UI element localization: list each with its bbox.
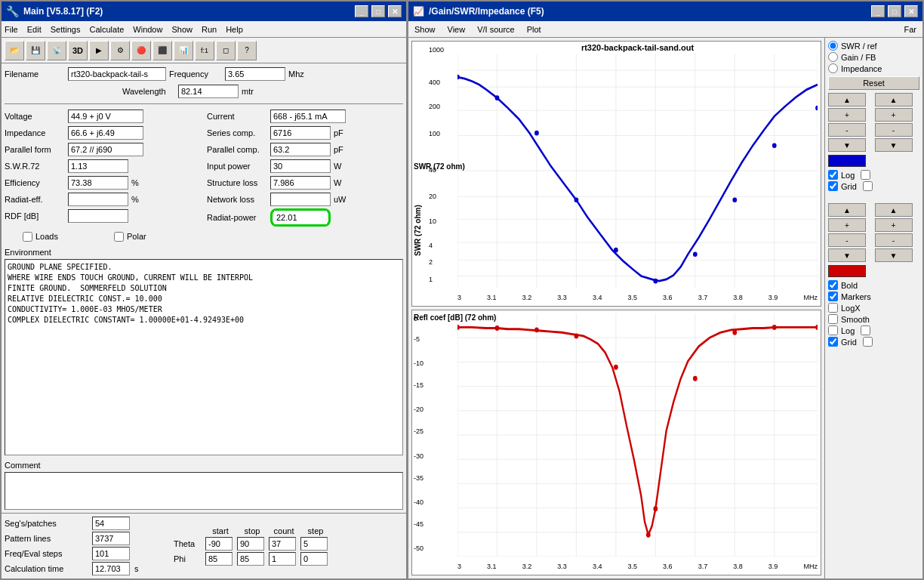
current-input[interactable] <box>270 110 346 123</box>
radiat-pow-input[interactable] <box>274 211 327 224</box>
markers-checkbox[interactable] <box>828 292 838 301</box>
up-arrow-top-left[interactable]: ▲ <box>828 93 866 106</box>
minus-btn-bot-right[interactable]: - <box>875 233 913 247</box>
bold-checkbox[interactable] <box>828 280 838 290</box>
logx-checkbox[interactable] <box>828 303 838 313</box>
swr-maximize-button[interactable]: □ <box>888 5 901 17</box>
swr-close-button[interactable]: ✕ <box>904 5 918 17</box>
rdf-input[interactable] <box>68 209 128 223</box>
theta-count-input[interactable] <box>269 537 296 551</box>
swr-menu-vi[interactable]: V/I source <box>477 25 515 34</box>
tb-save[interactable]: 💾 <box>26 41 45 60</box>
tb-calc3[interactable]: ⬛ <box>152 41 172 60</box>
parallel-comp-input[interactable] <box>270 143 331 156</box>
log-label-bot: Log <box>841 326 855 335</box>
tb-freq[interactable]: f:1 <box>195 41 214 60</box>
swr-title-bar: 📈 /Gain/SWR/Impedance (F5) _ □ ✕ <box>408 2 922 21</box>
maximize-button[interactable]: □ <box>371 5 385 17</box>
log-checkbox-bot[interactable] <box>828 325 838 335</box>
wave-input[interactable] <box>178 85 239 98</box>
down-arrow-bot-right[interactable]: ▼ <box>875 248 913 262</box>
efficiency-input[interactable] <box>68 176 128 190</box>
segs-input[interactable] <box>92 517 130 530</box>
loads-checkbox[interactable] <box>23 232 32 242</box>
menu-window[interactable]: Window <box>133 25 162 34</box>
polar-checkbox[interactable] <box>114 232 124 242</box>
tb-view2[interactable]: ? <box>237 41 257 60</box>
radiat-pow-highlight <box>270 208 331 227</box>
menu-calculate[interactable]: Calculate <box>89 25 124 34</box>
tb-3d[interactable]: 3D <box>68 41 88 60</box>
log-right-checkbox-bot[interactable] <box>861 325 870 335</box>
close-button[interactable]: ✕ <box>388 5 402 17</box>
impedance-input[interactable] <box>68 126 143 140</box>
y-2: 2 <box>429 258 433 266</box>
theta-stop-input[interactable] <box>237 537 264 551</box>
plus-btn-right[interactable]: + <box>875 108 913 122</box>
grid-checkbox-bot[interactable] <box>828 337 838 347</box>
plus-btn-bot-left[interactable]: + <box>828 218 866 232</box>
minus-btn-bot-left[interactable]: - <box>828 233 866 247</box>
swr-menu-view[interactable]: View <box>448 25 466 34</box>
up-arrow-bot-left[interactable]: ▲ <box>828 203 866 217</box>
gain-fb-radio[interactable] <box>828 52 838 62</box>
log-checkbox-top[interactable] <box>828 170 838 180</box>
pattern-input[interactable] <box>92 532 130 545</box>
menu-help[interactable]: Help <box>226 25 243 34</box>
env-section: GROUND PLANE SPECIFIED. WHERE WIRE ENDS … <box>5 259 403 455</box>
parallel-input[interactable] <box>68 143 143 156</box>
swr-menu-plot[interactable]: Plot <box>527 25 541 34</box>
up-arrow-top-right[interactable]: ▲ <box>875 93 913 106</box>
menu-show[interactable]: Show <box>171 25 192 34</box>
network-loss-input[interactable] <box>270 193 331 206</box>
swr-input[interactable] <box>68 159 128 173</box>
struct-loss-input[interactable] <box>270 176 331 190</box>
down-arrow-left[interactable]: ▼ <box>828 138 866 152</box>
swr-minimize-button[interactable]: _ <box>871 5 885 17</box>
phi-count-input[interactable] <box>269 552 296 566</box>
up-arrow-bot-right[interactable]: ▲ <box>875 203 913 217</box>
comment-box[interactable] <box>5 472 403 510</box>
freq-input[interactable] <box>225 67 285 81</box>
down-arrow-right[interactable]: ▼ <box>875 138 913 152</box>
impedance-radio[interactable] <box>828 63 838 73</box>
menu-file[interactable]: File <box>5 25 18 34</box>
series-input[interactable] <box>270 126 331 140</box>
plus-btn-left[interactable]: + <box>828 108 866 122</box>
radiat-eff-input[interactable] <box>68 193 128 206</box>
phi-start-input[interactable] <box>205 552 233 566</box>
tb-antenna[interactable]: 📡 <box>47 41 66 60</box>
voltage-input[interactable] <box>68 110 143 123</box>
menu-edit[interactable]: Edit <box>27 25 42 34</box>
tb-calc4[interactable]: 📊 <box>174 41 193 60</box>
filename-input[interactable] <box>68 67 166 81</box>
freq-eval-input[interactable] <box>92 547 130 560</box>
tb-calc1[interactable]: ⚙ <box>110 41 130 60</box>
calc-time-input[interactable] <box>92 562 130 575</box>
grid-checkbox-top[interactable] <box>828 181 838 191</box>
plus-btn-bot-right[interactable]: + <box>875 218 913 232</box>
down-arrow-bot-left[interactable]: ▼ <box>828 248 866 262</box>
phi-step-input[interactable] <box>300 552 328 566</box>
tb-open[interactable]: 📂 <box>5 41 24 60</box>
minus-btn-right[interactable]: - <box>875 123 913 137</box>
log-right-checkbox-top[interactable] <box>861 170 870 180</box>
theta-step-input[interactable] <box>300 537 328 551</box>
tb-run[interactable]: ▶ <box>89 41 109 60</box>
grid-right-checkbox-top[interactable] <box>863 181 873 191</box>
menu-run[interactable]: Run <box>202 25 217 34</box>
swr-menu-show[interactable]: Show <box>414 25 436 34</box>
minimize-button[interactable]: _ <box>355 5 368 17</box>
freq-eval-label: Freq/Eval steps <box>5 549 88 558</box>
theta-start-input[interactable] <box>205 537 233 551</box>
input-power-input[interactable] <box>270 159 331 173</box>
swr-ref-radio[interactable] <box>828 41 838 51</box>
menu-settings[interactable]: Settings <box>51 25 81 34</box>
minus-btn-left[interactable]: - <box>828 123 866 137</box>
grid-right-checkbox-bot[interactable] <box>863 337 873 347</box>
smooth-checkbox[interactable] <box>828 314 838 324</box>
reset-button[interactable]: Reset <box>828 76 919 90</box>
tb-calc2[interactable]: 🔴 <box>131 41 151 60</box>
phi-stop-input[interactable] <box>237 552 264 566</box>
tb-view1[interactable]: ◻ <box>216 41 236 60</box>
